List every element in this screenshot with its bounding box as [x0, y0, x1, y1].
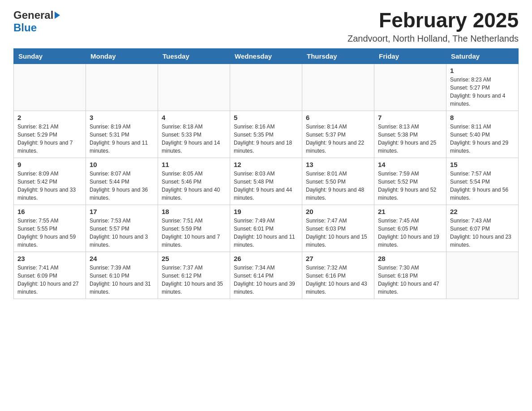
- calendar-title: February 2025: [348, 9, 519, 32]
- day-info: Sunrise: 8:03 AMSunset: 5:48 PMDaylight:…: [234, 170, 298, 202]
- day-info: Sunrise: 8:09 AMSunset: 5:42 PMDaylight:…: [17, 170, 82, 202]
- day-number: 2: [17, 114, 82, 121]
- calendar-cell: 17Sunrise: 7:53 AMSunset: 5:57 PMDayligh…: [86, 205, 158, 252]
- day-info: Sunrise: 8:13 AMSunset: 5:38 PMDaylight:…: [378, 123, 442, 155]
- day-info: Sunrise: 8:18 AMSunset: 5:33 PMDaylight:…: [162, 123, 226, 155]
- calendar-cell: 12Sunrise: 8:03 AMSunset: 5:48 PMDayligh…: [230, 158, 302, 205]
- calendar-cell: 10Sunrise: 8:07 AMSunset: 5:44 PMDayligh…: [86, 158, 158, 205]
- day-number: 1: [450, 67, 515, 74]
- calendar-table: SundayMondayTuesdayWednesdayThursdayFrid…: [13, 48, 519, 299]
- calendar-cell: 2Sunrise: 8:21 AMSunset: 5:29 PMDaylight…: [14, 111, 86, 158]
- calendar-cell: 22Sunrise: 7:43 AMSunset: 6:07 PMDayligh…: [446, 205, 519, 252]
- day-info: Sunrise: 8:23 AMSunset: 5:27 PMDaylight:…: [450, 76, 515, 108]
- day-number: 19: [234, 208, 298, 215]
- day-number: 12: [234, 161, 298, 168]
- calendar-cell: 1Sunrise: 8:23 AMSunset: 5:27 PMDaylight…: [446, 64, 519, 111]
- day-info: Sunrise: 7:41 AMSunset: 6:09 PMDaylight:…: [17, 264, 82, 296]
- calendar-cell: 8Sunrise: 8:11 AMSunset: 5:40 PMDaylight…: [446, 111, 519, 158]
- calendar-cell: 26Sunrise: 7:34 AMSunset: 6:14 PMDayligh…: [230, 252, 302, 299]
- day-info: Sunrise: 7:49 AMSunset: 6:01 PMDaylight:…: [234, 217, 298, 249]
- calendar-cell: [86, 64, 158, 111]
- calendar-week-row: 16Sunrise: 7:55 AMSunset: 5:55 PMDayligh…: [14, 205, 519, 252]
- day-number: 6: [306, 114, 370, 121]
- calendar-cell: 27Sunrise: 7:32 AMSunset: 6:16 PMDayligh…: [302, 252, 374, 299]
- day-number: 15: [450, 161, 515, 168]
- calendar-header-thursday: Thursday: [302, 48, 374, 64]
- day-number: 16: [17, 208, 82, 215]
- calendar-cell: 15Sunrise: 7:57 AMSunset: 5:54 PMDayligh…: [446, 158, 519, 205]
- calendar-cell: [158, 64, 230, 111]
- day-info: Sunrise: 7:57 AMSunset: 5:54 PMDaylight:…: [450, 170, 515, 202]
- day-number: 4: [162, 114, 226, 121]
- logo-arrow-icon: [55, 12, 60, 19]
- calendar-header-wednesday: Wednesday: [230, 48, 302, 64]
- calendar-cell: 25Sunrise: 7:37 AMSunset: 6:12 PMDayligh…: [158, 252, 230, 299]
- calendar-cell: 23Sunrise: 7:41 AMSunset: 6:09 PMDayligh…: [14, 252, 86, 299]
- day-number: 28: [378, 255, 442, 262]
- calendar-header-tuesday: Tuesday: [158, 48, 230, 64]
- day-number: 27: [306, 255, 370, 262]
- day-info: Sunrise: 8:14 AMSunset: 5:37 PMDaylight:…: [306, 123, 370, 155]
- day-info: Sunrise: 7:51 AMSunset: 5:59 PMDaylight:…: [162, 217, 226, 249]
- calendar-cell: 19Sunrise: 7:49 AMSunset: 6:01 PMDayligh…: [230, 205, 302, 252]
- day-number: 5: [234, 114, 298, 121]
- calendar-cell: [230, 64, 302, 111]
- calendar-week-row: 9Sunrise: 8:09 AMSunset: 5:42 PMDaylight…: [14, 158, 519, 205]
- calendar-cell: 7Sunrise: 8:13 AMSunset: 5:38 PMDaylight…: [374, 111, 446, 158]
- day-number: 18: [162, 208, 226, 215]
- title-block: February 2025 Zandvoort, North Holland, …: [348, 9, 519, 44]
- day-info: Sunrise: 8:11 AMSunset: 5:40 PMDaylight:…: [450, 123, 515, 155]
- day-number: 11: [162, 161, 226, 168]
- logo: General Blue: [13, 9, 60, 34]
- calendar-cell: 5Sunrise: 8:16 AMSunset: 5:35 PMDaylight…: [230, 111, 302, 158]
- calendar-cell: 3Sunrise: 8:19 AMSunset: 5:31 PMDaylight…: [86, 111, 158, 158]
- day-number: 17: [90, 208, 154, 215]
- day-number: 24: [90, 255, 154, 262]
- calendar-cell: [14, 64, 86, 111]
- calendar-cell: 18Sunrise: 7:51 AMSunset: 5:59 PMDayligh…: [158, 205, 230, 252]
- calendar-cell: [446, 252, 519, 299]
- day-number: 25: [162, 255, 226, 262]
- day-info: Sunrise: 7:43 AMSunset: 6:07 PMDaylight:…: [450, 217, 515, 249]
- day-info: Sunrise: 7:55 AMSunset: 5:55 PMDaylight:…: [17, 217, 82, 249]
- day-number: 10: [90, 161, 154, 168]
- calendar-week-row: 2Sunrise: 8:21 AMSunset: 5:29 PMDaylight…: [14, 111, 519, 158]
- calendar-header-monday: Monday: [86, 48, 158, 64]
- calendar-cell: 28Sunrise: 7:30 AMSunset: 6:18 PMDayligh…: [374, 252, 446, 299]
- day-info: Sunrise: 8:19 AMSunset: 5:31 PMDaylight:…: [90, 123, 154, 155]
- day-info: Sunrise: 8:16 AMSunset: 5:35 PMDaylight:…: [234, 123, 298, 155]
- day-number: 23: [17, 255, 82, 262]
- day-number: 3: [90, 114, 154, 121]
- day-number: 22: [450, 208, 515, 215]
- day-info: Sunrise: 7:37 AMSunset: 6:12 PMDaylight:…: [162, 264, 226, 296]
- calendar-subtitle: Zandvoort, North Holland, The Netherland…: [348, 34, 519, 44]
- day-info: Sunrise: 8:05 AMSunset: 5:46 PMDaylight:…: [162, 170, 226, 202]
- calendar-header-sunday: Sunday: [14, 48, 86, 64]
- day-info: Sunrise: 7:45 AMSunset: 6:05 PMDaylight:…: [378, 217, 442, 249]
- calendar-cell: [302, 64, 374, 111]
- calendar-cell: [374, 64, 446, 111]
- calendar-cell: 21Sunrise: 7:45 AMSunset: 6:05 PMDayligh…: [374, 205, 446, 252]
- logo-general-text: General: [13, 9, 53, 21]
- day-info: Sunrise: 8:01 AMSunset: 5:50 PMDaylight:…: [306, 170, 370, 202]
- day-info: Sunrise: 8:21 AMSunset: 5:29 PMDaylight:…: [17, 123, 82, 155]
- logo-blue-text: Blue: [13, 21, 37, 34]
- calendar-cell: 16Sunrise: 7:55 AMSunset: 5:55 PMDayligh…: [14, 205, 86, 252]
- day-number: 21: [378, 208, 442, 215]
- day-number: 26: [234, 255, 298, 262]
- day-info: Sunrise: 7:59 AMSunset: 5:52 PMDaylight:…: [378, 170, 442, 202]
- calendar-cell: 14Sunrise: 7:59 AMSunset: 5:52 PMDayligh…: [374, 158, 446, 205]
- calendar-header-row: SundayMondayTuesdayWednesdayThursdayFrid…: [14, 48, 519, 64]
- day-info: Sunrise: 8:07 AMSunset: 5:44 PMDaylight:…: [90, 170, 154, 202]
- day-number: 9: [17, 161, 82, 168]
- calendar-header-saturday: Saturday: [446, 48, 519, 64]
- calendar-cell: 4Sunrise: 8:18 AMSunset: 5:33 PMDaylight…: [158, 111, 230, 158]
- calendar-week-row: 1Sunrise: 8:23 AMSunset: 5:27 PMDaylight…: [14, 64, 519, 111]
- calendar-week-row: 23Sunrise: 7:41 AMSunset: 6:09 PMDayligh…: [14, 252, 519, 299]
- day-number: 13: [306, 161, 370, 168]
- calendar-cell: 11Sunrise: 8:05 AMSunset: 5:46 PMDayligh…: [158, 158, 230, 205]
- day-info: Sunrise: 7:32 AMSunset: 6:16 PMDaylight:…: [306, 264, 370, 296]
- calendar-header-friday: Friday: [374, 48, 446, 64]
- day-number: 8: [450, 114, 515, 121]
- day-info: Sunrise: 7:47 AMSunset: 6:03 PMDaylight:…: [306, 217, 370, 249]
